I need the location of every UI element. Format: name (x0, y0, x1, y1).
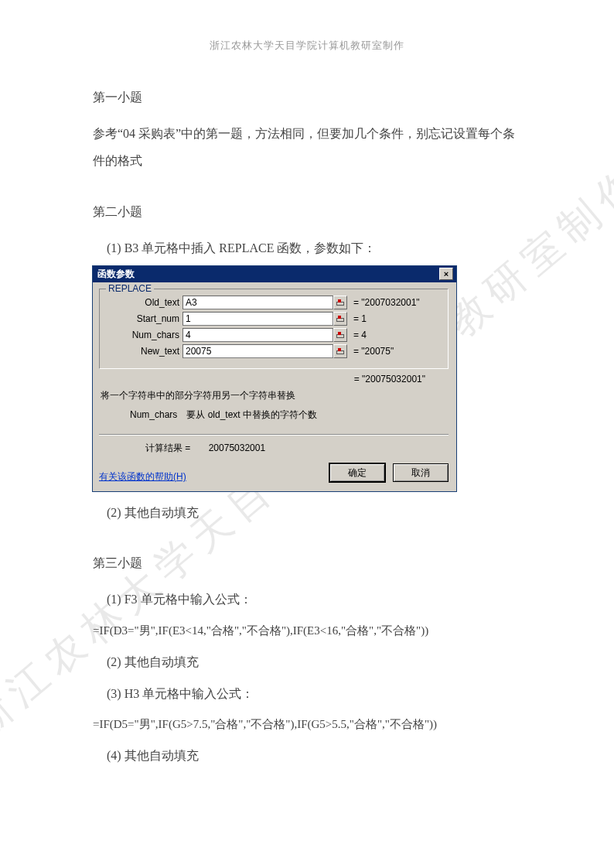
calc-label: 计算结果 = (145, 442, 190, 455)
group-legend: REPLACE (106, 283, 154, 294)
collapse-dialog-icon (336, 332, 344, 338)
function-description: 将一个字符串中的部分字符用另一个字符串替换 (101, 389, 449, 402)
collapse-dialog-icon (336, 348, 344, 354)
label-new-text: New_text (106, 346, 182, 357)
question-2-title: 第二小题 (93, 198, 521, 225)
param-name: Num_chars (130, 409, 184, 420)
page-content: 浙江农林大学天目学院计算机教研室制作 第一小题 参考“04 采购表”中的第一题，… (0, 0, 614, 812)
function-arguments-dialog: 函数参数 × REPLACE Old_text A3 = "2007032001… (93, 266, 456, 491)
question-1-text: 参考“04 采购表”中的第一题，方法相同，但要加几个条件，别忘记设置每个条件的格… (93, 120, 521, 174)
input-num-chars[interactable]: 4 (182, 328, 333, 342)
help-link[interactable]: 有关该函数的帮助(H) (99, 470, 186, 484)
calc-value: 20075032001 (209, 443, 265, 453)
ref-button-start-num[interactable] (333, 312, 347, 326)
input-new-text[interactable]: 20075 (182, 344, 333, 358)
button-row: 确定 取消 (329, 463, 449, 482)
question-3-step-3: (3) H3 单元格中输入公式： (93, 680, 521, 707)
page-header: 浙江农林大学天目学院计算机教研室制作 (93, 39, 521, 53)
label-old-text: Old_text (106, 297, 182, 308)
row-start-num: Start_num 1 = 1 (106, 312, 442, 326)
cancel-button[interactable]: 取消 (393, 463, 449, 482)
label-num-chars: Num_chars (106, 330, 182, 340)
question-3-step-4: (4) 其他自动填充 (93, 742, 521, 769)
overall-result: = "20075032001" (101, 374, 449, 384)
replace-group: REPLACE Old_text A3 = "2007032001" Start… (99, 289, 449, 369)
label-start-num: Start_num (106, 313, 182, 324)
question-1-title: 第一小题 (93, 84, 521, 111)
row-old-text: Old_text A3 = "2007032001" (106, 296, 442, 309)
question-2-step-2: (2) 其他自动填充 (93, 499, 521, 526)
formula-1: =IF(D3="男",IF(E3<14,"合格","不合格"),IF(E3<16… (93, 618, 521, 644)
ref-button-num-chars[interactable] (333, 328, 347, 342)
close-icon: × (444, 270, 449, 279)
result-num-chars: = 4 (347, 330, 367, 340)
collapse-dialog-icon (336, 299, 344, 306)
question-3-step-1: (1) F3 单元格中输入公式： (93, 586, 521, 613)
row-new-text: New_text 20075 = "20075" (106, 344, 442, 358)
separator (99, 434, 449, 436)
ref-button-new-text[interactable] (333, 344, 347, 358)
question-2-step-1: (1) B3 单元格中插入 REPLACE 函数，参数如下： (93, 234, 521, 261)
question-3-title: 第三小题 (93, 549, 521, 576)
param-text: 要从 old_text 中替换的字符个数 (186, 409, 317, 420)
ok-button[interactable]: 确定 (329, 463, 385, 482)
close-button[interactable]: × (439, 268, 453, 280)
formula-2: =IF(D5="男",IF(G5>7.5,"合格","不合格"),IF(G5>5… (93, 712, 521, 737)
result-new-text: = "20075" (347, 346, 394, 357)
ref-button-old-text[interactable] (333, 296, 347, 309)
result-old-text: = "2007032001" (347, 297, 420, 308)
dialog-titlebar: 函数参数 × (93, 266, 456, 282)
dialog-title: 函数参数 (97, 268, 135, 281)
row-num-chars: Num_chars 4 = 4 (106, 328, 442, 342)
param-description: Num_chars 要从 old_text 中替换的字符个数 (130, 408, 449, 422)
dialog-bottom-row: 有关该函数的帮助(H) 确定 取消 (99, 463, 449, 484)
input-start-num[interactable]: 1 (182, 312, 333, 326)
question-3-step-2: (2) 其他自动填充 (93, 648, 521, 675)
dialog-body: REPLACE Old_text A3 = "2007032001" Start… (93, 282, 456, 491)
input-old-text[interactable]: A3 (182, 296, 333, 309)
calc-result-row: 计算结果 = 20075032001 (99, 442, 449, 455)
result-start-num: = 1 (347, 313, 367, 324)
collapse-dialog-icon (336, 316, 344, 322)
